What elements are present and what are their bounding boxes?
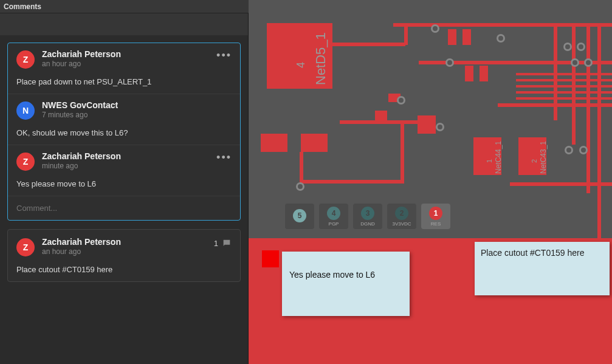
comment-body: Place pad down to net PSU_ALERT_1 bbox=[16, 77, 232, 86]
comment-item: N NWES GovContact 7 minutes ago OK, shou… bbox=[8, 94, 240, 145]
via[interactable] bbox=[571, 58, 579, 67]
layer-button-2[interactable]: 23V3VDC bbox=[387, 204, 416, 229]
layer-bar: 5 4PGP 3DGND 23V3VDC 1RES bbox=[285, 204, 450, 229]
comment-tooltip[interactable]: Place cutout #CT0159 here bbox=[475, 242, 610, 295]
comment-author: Zachariah Peterson bbox=[42, 151, 121, 161]
avatar: Z bbox=[16, 238, 35, 256]
trace bbox=[300, 152, 303, 182]
avatar: Z bbox=[16, 50, 35, 69]
more-icon[interactable]: ••• bbox=[216, 49, 232, 62]
trace bbox=[301, 180, 404, 184]
via[interactable] bbox=[497, 34, 505, 43]
via[interactable] bbox=[579, 146, 588, 154]
trace bbox=[340, 120, 425, 124]
comment-item: Z Zachariah Peterson an hour ago ••• Pla… bbox=[8, 43, 240, 94]
via[interactable] bbox=[563, 43, 572, 51]
trace bbox=[393, 23, 612, 27]
reply-input[interactable] bbox=[8, 196, 240, 220]
pad[interactable] bbox=[261, 134, 287, 152]
comment-item: Z Zachariah Peterson an hour ago 1 Place… bbox=[8, 230, 240, 281]
pcb-viewport[interactable]: NetD5_1 4 NetC44_1 1 NetC43_1 2 bbox=[249, 0, 612, 364]
net-label-index: 2 bbox=[531, 159, 538, 163]
selection-marker bbox=[262, 250, 279, 267]
pad[interactable] bbox=[418, 115, 436, 134]
comment-time: 7 minutes ago bbox=[42, 111, 118, 119]
avatar: N bbox=[16, 101, 35, 120]
pad[interactable] bbox=[480, 66, 488, 81]
trace bbox=[516, 85, 612, 88]
trace bbox=[332, 43, 405, 46]
comment-author: Zachariah Peterson bbox=[42, 237, 121, 247]
trace bbox=[554, 23, 557, 120]
trace bbox=[516, 91, 612, 94]
comment-body: OK, should we move this to L6? bbox=[16, 128, 232, 137]
comments-panel: Z Zachariah Peterson an hour ago ••• Pla… bbox=[0, 35, 248, 364]
trace bbox=[597, 23, 601, 242]
trace bbox=[516, 97, 612, 100]
via[interactable] bbox=[296, 182, 304, 191]
avatar: Z bbox=[16, 153, 35, 171]
via[interactable] bbox=[577, 43, 585, 51]
net-label: NetC43_1 bbox=[539, 141, 548, 174]
layer-button-1[interactable]: 1RES bbox=[421, 204, 450, 229]
comment-body: Yes please move to L6 bbox=[16, 179, 232, 188]
reply-row bbox=[8, 196, 240, 220]
net-label-index: 4 bbox=[295, 62, 308, 68]
trace bbox=[404, 23, 408, 45]
trace bbox=[516, 79, 612, 81]
trace bbox=[510, 182, 612, 186]
via[interactable] bbox=[584, 58, 593, 67]
pad[interactable] bbox=[462, 29, 471, 45]
via[interactable] bbox=[397, 96, 405, 105]
comment-author: Zachariah Peterson bbox=[42, 49, 121, 59]
trace bbox=[516, 73, 612, 75]
trace bbox=[572, 23, 576, 145]
layer-button-4[interactable]: 4PGP bbox=[319, 204, 348, 229]
comment-time: an hour ago bbox=[42, 60, 121, 68]
trace bbox=[586, 23, 590, 193]
reply-count-badge: 1 bbox=[214, 238, 232, 248]
layer-button-5[interactable]: 5 bbox=[285, 204, 314, 229]
reply-count: 1 bbox=[214, 239, 218, 248]
pad[interactable] bbox=[465, 66, 473, 81]
comment-body: Place cutout #CT0159 here bbox=[16, 265, 232, 274]
comment-item: Z Zachariah Peterson minute ago ••• Yes … bbox=[8, 145, 240, 196]
net-label: NetD5_1 bbox=[313, 32, 329, 85]
comment-tooltip[interactable]: Yes please move to L6 bbox=[282, 252, 410, 316]
comment-time: minute ago bbox=[42, 162, 121, 170]
net-label-index: 1 bbox=[486, 159, 493, 163]
net-label: NetC44_1 bbox=[494, 141, 503, 174]
pad[interactable] bbox=[448, 29, 456, 45]
pad[interactable] bbox=[301, 134, 328, 152]
via[interactable] bbox=[565, 146, 573, 154]
chat-icon bbox=[222, 238, 232, 248]
layer-button-3[interactable]: 3DGND bbox=[353, 204, 382, 229]
comment-thread[interactable]: Z Zachariah Peterson an hour ago 1 Place… bbox=[7, 229, 241, 282]
more-icon[interactable]: ••• bbox=[216, 151, 232, 164]
comment-thread[interactable]: Z Zachariah Peterson an hour ago ••• Pla… bbox=[7, 43, 241, 221]
via[interactable] bbox=[445, 58, 454, 67]
comment-author: NWES GovContact bbox=[42, 100, 118, 110]
trace bbox=[401, 120, 404, 181]
via[interactable] bbox=[431, 24, 439, 33]
panel-title: Comments bbox=[4, 2, 41, 11]
via[interactable] bbox=[436, 123, 444, 131]
comment-time: an hour ago bbox=[42, 247, 121, 256]
